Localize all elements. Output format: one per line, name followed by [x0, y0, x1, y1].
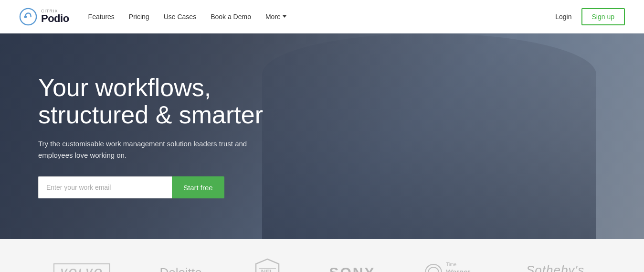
podio-label: Podio: [41, 13, 69, 24]
signup-button[interactable]: Sign up: [581, 8, 625, 25]
hero-section: Your workflows, structured & smarter Try…: [0, 33, 644, 239]
citrix-podio-icon: [19, 8, 37, 26]
header: citrix Podio Features Pricing Use Cases …: [0, 0, 644, 33]
logos-section: VOLVO Deloitte. NFL SONY Time Warner Cab…: [0, 239, 644, 272]
deloitte-logo: Deloitte.: [159, 265, 205, 272]
header-actions: Login Sign up: [555, 8, 625, 25]
sothebys-logo: Sotheby's INTERNATIONAL REALTY: [520, 263, 591, 272]
hero-title: Your workflows, structured & smarter: [38, 74, 296, 129]
twc-inner: Time Warner Cable: [425, 262, 470, 272]
time-warner-cable-logo: Time Warner Cable: [425, 262, 470, 272]
logo[interactable]: citrix Podio: [19, 8, 69, 26]
main-nav: Features Pricing Use Cases Book a Demo M…: [88, 13, 556, 21]
email-input[interactable]: [38, 176, 172, 198]
nav-book-demo[interactable]: Book a Demo: [211, 13, 251, 21]
nfl-logo: NFL: [255, 258, 280, 272]
login-button[interactable]: Login: [555, 13, 571, 21]
start-free-button[interactable]: Start free: [172, 176, 224, 198]
volvo-logo: VOLVO: [53, 263, 110, 272]
twc-circle-icon: [425, 264, 442, 272]
sony-logo: SONY: [329, 264, 375, 272]
nav-pricing[interactable]: Pricing: [129, 13, 149, 21]
nav-more[interactable]: More: [265, 13, 286, 21]
nav-use-cases[interactable]: Use Cases: [164, 13, 196, 21]
hero-content: Your workflows, structured & smarter Try…: [0, 74, 334, 198]
logo-text: citrix Podio: [41, 9, 69, 24]
svg-point-1: [24, 15, 27, 18]
hero-subtitle: Try the customisable work management sol…: [38, 138, 248, 161]
svg-point-0: [20, 8, 36, 24]
nfl-shield-icon: NFL: [255, 258, 280, 272]
chevron-down-icon: [283, 15, 286, 18]
twc-text: Time Warner Cable: [446, 262, 470, 272]
hero-form: Start free: [38, 176, 296, 198]
nav-features[interactable]: Features: [88, 13, 115, 21]
